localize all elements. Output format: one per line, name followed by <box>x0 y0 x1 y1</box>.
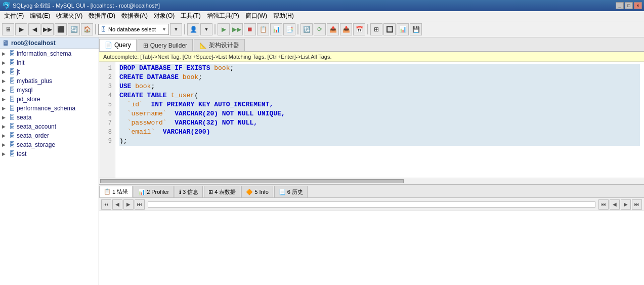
explain-button[interactable]: 📋 <box>257 23 269 35</box>
sidebar-root-label: root@localhost <box>11 39 56 47</box>
grid-button[interactable]: ⊞ <box>370 23 382 35</box>
menu-database[interactable]: 数据库(D) <box>85 11 118 21</box>
editor-container: 1 2 3 4 5 6 7 8 9 DROP DATABASE IF EXIST… <box>99 62 644 184</box>
bottom-tab-bar: 📋 1 结果 📊 2 Profiler ℹ 3 信息 ⊞ 4 表数据 <box>99 185 644 198</box>
schedule-button[interactable]: 📅 <box>353 23 365 35</box>
sidebar-item-test[interactable]: ▶ 🗄 test <box>0 149 99 158</box>
menu-help[interactable]: 帮助(H) <box>270 11 297 21</box>
maximize-button[interactable]: □ <box>625 2 633 9</box>
sidebar-item-performance_schema[interactable]: ▶ 🗄 performance_schema <box>0 104 99 113</box>
content-area: 📄 Query ⊞ Query Builder 📐 架构设计器 Autocomp… <box>99 37 644 285</box>
menu-window[interactable]: 窗口(W) <box>242 11 270 21</box>
sidebar-item-seata[interactable]: ▶ 🗄 seata <box>0 113 99 122</box>
scrollbar-thumb[interactable] <box>100 179 404 183</box>
first-row-button[interactable]: ⏮ <box>101 199 111 210</box>
code-editor[interactable]: 1 2 3 4 5 6 7 8 9 DROP DATABASE IF EXIST… <box>99 62 644 178</box>
line-num-1: 1 <box>102 64 112 73</box>
stop-button[interactable]: ⬛ <box>55 23 67 35</box>
import-button[interactable]: 📥 <box>340 23 352 35</box>
next-row-button[interactable]: ▶ <box>123 199 134 210</box>
expander-icon: ▶ <box>2 133 9 138</box>
bottom-tab-info[interactable]: 🔶 5 Info <box>241 186 273 197</box>
user-button[interactable]: 👤 <box>187 23 199 35</box>
sidebar-item-seata_account[interactable]: ▶ 🗄 seata_account <box>0 122 99 131</box>
line-num-4: 4 <box>102 91 112 100</box>
bottom-tab-history[interactable]: 📃 6 历史 <box>274 186 308 197</box>
menu-object[interactable]: 对象(O) <box>151 11 178 21</box>
menu-enhanced[interactable]: 增强工具(P) <box>204 11 242 21</box>
line-num-8: 8 <box>102 128 112 137</box>
sidebar-root[interactable]: 🖥 root@localhost <box>0 37 99 49</box>
bottom-tab-profiler[interactable]: 📊 2 Profiler <box>134 186 174 197</box>
bottom-tab-info-num: 5 <box>254 189 257 195</box>
code-line-8: `email` VARCHAR(200) <box>119 128 640 137</box>
code-line-6: `username` VARCHAR(20) NOT NULL UNIQUE, <box>119 109 640 118</box>
tab-schema-designer[interactable]: 📐 架构设计器 <box>194 39 245 51</box>
reload-button[interactable]: 🔃 <box>300 23 313 35</box>
separator-2 <box>184 24 185 34</box>
editor-scrollbar-h[interactable] <box>99 178 644 184</box>
tab-query-builder[interactable]: ⊞ Query Builder <box>138 39 193 51</box>
user-arrow-button[interactable]: ▼ <box>200 23 212 35</box>
bottom-panel: 📋 1 结果 📊 2 Profiler ℹ 3 信息 ⊞ 4 表数据 <box>99 184 644 285</box>
minimize-button[interactable]: _ <box>616 2 624 9</box>
db-icon: 🗄 <box>9 50 15 57</box>
code-lines[interactable]: DROP DATABASE IF EXISTS book; CREATE DAT… <box>115 62 644 178</box>
line-num-9: 9 <box>102 137 112 146</box>
save-button[interactable]: ◀ <box>610 199 620 210</box>
db-arrow-button[interactable]: ▼ <box>170 23 182 35</box>
prev-row-button[interactable]: ◀ <box>112 199 122 210</box>
db-icon: 🗄 <box>9 105 15 112</box>
code-line-7: `password` VARCHAR(32) NOT NULL, <box>119 118 640 128</box>
sidebar-item-init[interactable]: ▶ 🗄 init <box>0 58 99 67</box>
line-num-7: 7 <box>102 118 112 128</box>
tab-query[interactable]: 📄 Query <box>99 39 137 51</box>
db-name: seata <box>17 114 31 121</box>
report-button[interactable]: 📊 <box>397 23 409 35</box>
execute-button[interactable]: ▶ <box>218 23 230 35</box>
database-selector[interactable]: 🗄 No database select ▼ <box>98 24 169 35</box>
menu-file[interactable]: 文件(F) <box>1 11 27 21</box>
stop-exec-button[interactable]: ⏹ <box>244 23 256 35</box>
menu-edit[interactable]: 编辑(E) <box>27 11 53 21</box>
sidebar-item-pd_store[interactable]: ▶ 🗄 pd_store <box>0 95 99 104</box>
refresh-button[interactable]: 🔄 <box>68 23 80 35</box>
sidebar-item-information_schema[interactable]: ▶ 🗄 information_schema <box>0 49 99 58</box>
sidebar-item-mysql[interactable]: ▶ 🗄 mysql <box>0 86 99 95</box>
delete-row-button[interactable]: ▶ <box>621 199 631 210</box>
code-line-2: CREATE DATABASE book; <box>119 73 640 82</box>
tab-query-builder-icon: ⊞ <box>143 42 148 49</box>
menu-favorites[interactable]: 收藏夹(V) <box>53 11 85 21</box>
bottom-tab-info-cn[interactable]: ℹ 3 信息 <box>175 186 203 197</box>
db-icon: 🗄 <box>9 68 15 75</box>
bottom-tab-results[interactable]: 📋 1 结果 <box>99 186 133 197</box>
back-button[interactable]: ◀ <box>28 23 40 35</box>
separator-3 <box>214 24 216 34</box>
menu-table[interactable]: 数据表(A) <box>118 11 151 21</box>
title-text: SQLyog 企业版 - MySQL GUI - [localhost - ro… <box>13 2 160 10</box>
sidebar-item-seata_storage[interactable]: ▶ 🗄 seata_storage <box>0 140 99 149</box>
close-button[interactable]: × <box>634 2 642 9</box>
bottom-tab-tabledata[interactable]: ⊞ 4 表数据 <box>204 186 240 197</box>
cancel-button[interactable]: ⏭ <box>632 199 642 210</box>
new-table-button[interactable]: 📑 <box>283 23 295 35</box>
export-button[interactable]: 📤 <box>327 23 339 35</box>
result-progress <box>148 201 595 208</box>
sidebar-item-jt[interactable]: ▶ 🗄 jt <box>0 67 99 76</box>
forward-button[interactable]: ▶▶ <box>41 23 54 35</box>
add-row-button[interactable]: ⏮ <box>598 199 609 210</box>
db-name: test <box>17 150 26 157</box>
last-row-button[interactable]: ⏭ <box>135 199 145 210</box>
home-button[interactable]: 🏠 <box>81 23 93 35</box>
sync-button[interactable]: ⟳ <box>314 23 326 35</box>
code-line-3: USE book; <box>119 82 640 91</box>
sidebar-item-seata_order[interactable]: ▶ 🗄 seata_order <box>0 131 99 140</box>
backup-button[interactable]: 💾 <box>410 23 422 35</box>
schema-button[interactable]: 🔲 <box>383 23 396 35</box>
table-view-button[interactable]: 📊 <box>270 23 282 35</box>
execute-all-button[interactable]: ▶▶ <box>231 23 243 35</box>
sidebar-item-mybatis_plus[interactable]: ▶ 🗄 mybatis_plus <box>0 76 99 86</box>
connect-button[interactable]: ▶ <box>15 23 27 35</box>
new-connection-button[interactable]: 🖥 <box>2 23 14 35</box>
menu-tools[interactable]: 工具(T) <box>178 11 203 21</box>
